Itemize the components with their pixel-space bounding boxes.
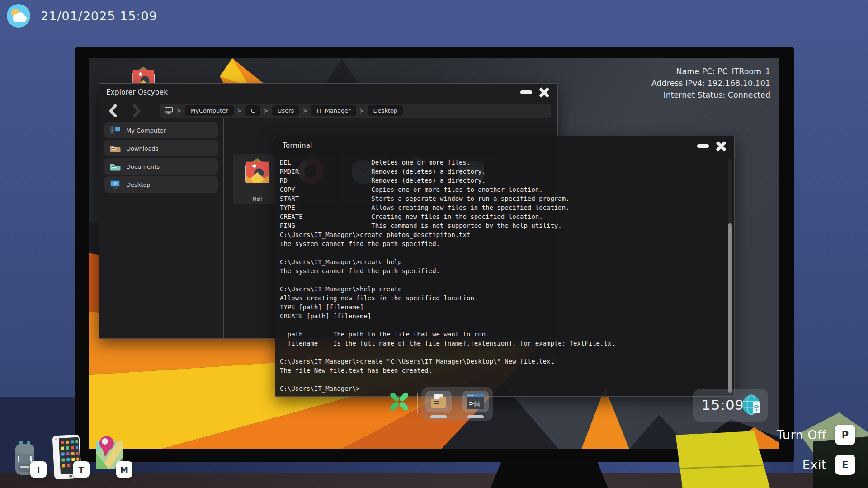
sidebar-label: My Computer <box>126 127 166 134</box>
hud-date-text: 21/01/2025 15:09 <box>41 9 157 23</box>
chevron-right-icon: > <box>177 108 181 114</box>
chevron-right-icon: > <box>264 108 269 114</box>
terminal-title: Terminal <box>283 142 312 150</box>
sticky-note <box>673 431 770 488</box>
open-window-indicator <box>430 415 447 418</box>
green-clover-icon <box>389 392 410 412</box>
sidebar-label: Desktop <box>126 181 151 188</box>
open-window-indicator <box>467 415 484 418</box>
folder-icon <box>430 394 447 409</box>
sun-cloud-icon <box>6 4 31 28</box>
taskbar-terminal-button[interactable]: > ☠ <box>462 391 489 412</box>
file-label: Mail <box>233 197 281 202</box>
globe-router-icon[interactable] <box>741 394 763 417</box>
pc-name: Name PC: PC_ITRoom_1 <box>651 66 770 77</box>
svg-text:☠: ☠ <box>473 399 481 408</box>
key-letter: P <box>842 430 849 441</box>
terminal-titlebar[interactable]: Terminal <box>275 136 734 156</box>
breadcrumb-desktop[interactable]: Desktop <box>368 105 403 116</box>
sidebar-item-downloads[interactable]: Downloads <box>104 140 218 156</box>
breadcrumb-c[interactable]: C <box>245 105 260 116</box>
forward-button[interactable] <box>131 104 142 117</box>
taskbar-file-explorer-button[interactable] <box>425 391 452 412</box>
terminal-window[interactable]: Terminal DEL Deletes one or more files. … <box>275 136 735 397</box>
close-icon[interactable] <box>538 86 550 98</box>
monitor-stand <box>491 462 608 488</box>
start-button[interactable] <box>387 389 411 414</box>
turn-off-key-badge: P <box>835 425 855 445</box>
pc-info-panel: Name PC: PC_ITRoom_1 Address IPv4: 192.1… <box>651 66 770 101</box>
scrollbar-thumb[interactable] <box>728 223 732 393</box>
tablet-key-badge: T <box>73 461 90 478</box>
minimize-button[interactable] <box>697 144 709 148</box>
breadcrumb: > MyComputer > C > Users > IT_Manager > … <box>160 104 551 118</box>
taskbar-separator <box>417 393 418 413</box>
pc-ip: Address IPv4: 192.168.10.101 <box>651 77 770 89</box>
key-letter: I <box>37 465 40 474</box>
map-key-badge: M <box>116 461 132 478</box>
explorer-title: Explorer Oscypek <box>106 88 168 96</box>
computer-icon <box>110 126 121 135</box>
pc-internet-status: Internet Status: Connected <box>651 89 770 101</box>
taskbar-clock: 15:09 <box>702 397 744 413</box>
key-letter: T <box>79 465 84 474</box>
downloads-folder-icon <box>110 144 121 153</box>
taskbar-clock-group: 15:09 <box>693 389 768 422</box>
documents-folder-icon <box>110 162 121 171</box>
breadcrumb-itmanager[interactable]: IT_Manager <box>311 105 356 116</box>
monitor-icon <box>164 107 173 114</box>
back-button[interactable] <box>107 104 119 117</box>
inventory-key-badge: I <box>30 461 47 478</box>
key-letter: E <box>842 460 848 470</box>
minimize-button[interactable] <box>520 90 532 94</box>
file-tile-mail[interactable]: ✱ Mail <box>233 154 281 204</box>
breadcrumb-users[interactable]: Users <box>272 105 299 116</box>
explorer-sidebar: My Computer Downloads Documents <box>99 118 223 338</box>
close-icon[interactable] <box>715 140 727 152</box>
sidebar-item-documents[interactable]: Documents <box>104 158 218 175</box>
svg-text:✱: ✱ <box>252 163 256 169</box>
breadcrumb-mycomputer[interactable]: MyComputer <box>185 105 234 116</box>
mail-bomb-icon: ✱ <box>243 157 271 184</box>
terminal-output[interactable]: DEL Deletes one or more files. RMDIR Rem… <box>275 156 726 396</box>
skull-terminal-icon: > ☠ <box>467 393 485 410</box>
taskbar-app-group: > ☠ <box>421 387 493 421</box>
chevron-right-icon: > <box>237 108 242 114</box>
sidebar-label: Downloads <box>126 145 158 152</box>
turn-off-button[interactable]: Turn Off <box>777 428 826 442</box>
exit-key-badge: E <box>835 455 855 475</box>
svg-text:✱: ✱ <box>138 71 142 77</box>
sidebar-item-desktop[interactable]: Desktop <box>104 176 218 193</box>
chevron-right-icon: > <box>360 108 364 114</box>
sidebar-item-my-computer[interactable]: My Computer <box>104 122 218 138</box>
sidebar-label: Documents <box>126 163 160 170</box>
room-scene: ✱ Name PC: PC_ITRoom_1 Address IPv4: 192… <box>0 0 868 488</box>
hud-datetime: 21/01/2025 15:09 <box>6 4 157 28</box>
key-letter: M <box>120 465 128 474</box>
os-screen: ✱ Name PC: PC_ITRoom_1 Address IPv4: 192… <box>89 58 779 449</box>
exit-button[interactable]: Exit <box>802 458 826 472</box>
explorer-titlebar[interactable]: Explorer Oscypek <box>99 84 557 101</box>
chevron-right-icon: > <box>303 108 307 114</box>
desktop-monitor-icon <box>110 180 121 189</box>
